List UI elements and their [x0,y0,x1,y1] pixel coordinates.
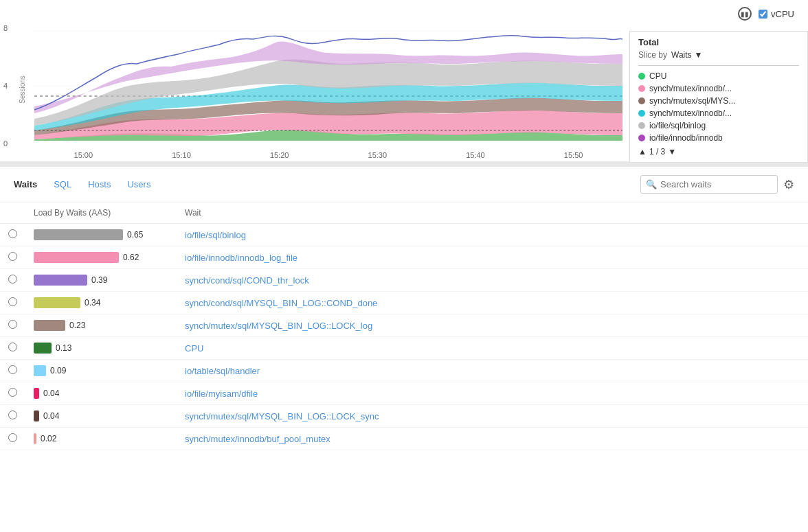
radio-input-4[interactable] [8,320,17,329]
legend-item-1: synch/mutex/innodb/... [638,84,799,93]
table-row: 0.13 CPU [0,337,808,360]
bar-8 [34,410,39,421]
radio-input-9[interactable] [8,433,17,442]
legend-dot-2 [638,97,645,104]
bar-7 [34,388,39,399]
radio-input-1[interactable] [8,252,17,261]
row-radio-8[interactable] [0,405,25,428]
legend-label-2: synch/mutex/sql/MYS... [649,96,735,106]
bar-value-8: 0.04 [43,411,59,421]
slice-by-label: Slice by [638,50,667,60]
wait-name-8[interactable]: synch/mutex/sql/MYSQL_BIN_LOG::LOCK_sync [185,411,379,421]
legend-item-5: io/file/innodb/innodb [638,133,799,143]
search-input[interactable] [640,175,778,194]
row-bar-3: 0.34 [25,292,177,314]
row-wait-9: synch/mutex/innodb/buf_pool_mutex [177,428,808,450]
y-label-high: 8 [3,24,8,32]
row-radio-4[interactable] [0,314,25,337]
row-radio-9[interactable] [0,428,25,450]
x-label-0: 15:00 [74,151,93,159]
table-row: 0.04 io/file/myisam/dfile [0,382,808,405]
vcpu-toggle[interactable]: vCPU [759,9,794,19]
x-label-1: 15:10 [172,151,191,159]
table-row: 0.02 synch/mutex/innodb/buf_pool_mutex [0,428,808,450]
row-bar-1: 0.62 [25,246,177,269]
x-axis: 15:00 15:10 15:20 15:30 15:40 15:50 [34,151,622,159]
radio-input-7[interactable] [8,388,17,397]
row-wait-0: io/file/sql/binlog [177,224,808,246]
radio-input-3[interactable] [8,297,17,306]
wait-name-0[interactable]: io/file/sql/binlog [185,230,246,240]
wait-name-2[interactable]: synch/cond/sql/COND_thr_lock [185,275,309,286]
bar-value-9: 0.02 [41,434,56,443]
radio-input-5[interactable] [8,343,17,351]
table-row: 0.34 synch/cond/sql/MYSQL_BIN_LOG::COND_… [0,292,808,314]
row-radio-6[interactable] [0,360,25,382]
row-wait-2: synch/cond/sql/COND_thr_lock [177,269,808,292]
y-axis-labels: 8 4 0 [3,24,8,148]
bar-3 [34,297,80,308]
legend-label-4: io/file/sql/binlog [649,121,706,130]
table-row: 0.62 io/file/innodb/innodb_log_file [0,246,808,269]
row-radio-2[interactable] [0,269,25,292]
radio-input-2[interactable] [8,275,17,284]
pause-button[interactable]: ▮▮ [738,7,752,21]
wait-name-7[interactable]: io/file/myisam/dfile [185,389,258,399]
slice-by-row: Slice by Waits ▼ [638,50,799,66]
legend-next-icon[interactable]: ▼ [668,147,676,157]
legend-item-4: io/file/sql/binlog [638,121,799,130]
legend-page: 1 / 3 [649,147,665,157]
tab-sql[interactable]: SQL [45,176,80,192]
vcpu-label: vCPU [771,9,794,19]
radio-input-8[interactable] [8,410,17,419]
wait-name-5[interactable]: CPU [185,343,203,354]
tab-users[interactable]: Users [119,176,159,192]
tab-waits[interactable]: Waits [14,176,45,192]
tabs-row: Waits SQL Hosts Users 🔍 ⚙ [0,167,808,203]
col-select [0,203,25,224]
legend-dot-1 [638,85,645,92]
radio-input-0[interactable] [8,229,17,238]
row-radio-7[interactable] [0,382,25,405]
table-row: 0.65 io/file/sql/binlog [0,224,808,246]
wait-name-1[interactable]: io/file/innodb/innodb_log_file [185,253,298,263]
wait-name-9[interactable]: synch/mutex/innodb/buf_pool_mutex [185,434,330,444]
bar-6 [34,365,46,376]
wait-name-4[interactable]: synch/mutex/sql/MYSQL_BIN_LOG::LOCK_log [185,321,372,331]
table-row: 0.39 synch/cond/sql/COND_thr_lock [0,269,808,292]
wait-name-6[interactable]: io/table/sql/handler [185,366,260,376]
row-bar-4: 0.23 [25,314,177,337]
row-bar-7: 0.04 [25,382,177,405]
row-bar-2: 0.39 [25,269,177,292]
bar-value-7: 0.04 [43,389,59,398]
legend-label-3: synch/mutex/innodb/... [649,108,732,118]
col-load: Load By Waits (AAS) [25,203,177,224]
radio-input-6[interactable] [8,365,17,374]
row-radio-0[interactable] [0,224,25,246]
settings-icon[interactable]: ⚙ [783,177,794,192]
legend-prev-icon[interactable]: ▲ [638,147,647,157]
row-radio-5[interactable] [0,337,25,360]
wait-name-3[interactable]: synch/cond/sql/MYSQL_BIN_LOG::COND_done [185,298,377,308]
table-row: 0.23 synch/mutex/sql/MYSQL_BIN_LOG::LOCK… [0,314,808,337]
legend-nav: ▲ 1 / 3 ▼ [638,147,799,157]
col-wait: Wait [177,203,808,224]
tab-hosts[interactable]: Hosts [80,176,119,192]
row-bar-8: 0.04 [25,405,177,428]
row-radio-1[interactable] [0,246,25,269]
bar-value-1: 0.62 [123,253,139,262]
search-wrapper: 🔍 [640,175,778,194]
x-label-4: 15:40 [466,151,485,159]
bar-value-6: 0.09 [50,366,66,375]
slice-by-select[interactable]: Waits ▼ [671,50,702,60]
bar-4 [34,320,65,331]
chart-controls: ▮▮ vCPU [0,7,808,24]
row-wait-1: io/file/innodb/innodb_log_file [177,246,808,269]
y-label-mid: 4 [3,82,8,90]
vcpu-checkbox[interactable] [759,10,767,19]
row-wait-5: CPU [177,337,808,360]
bar-value-4: 0.23 [69,321,85,330]
row-bar-5: 0.13 [25,337,177,360]
row-wait-3: synch/cond/sql/MYSQL_BIN_LOG::COND_done [177,292,808,314]
row-radio-3[interactable] [0,292,25,314]
